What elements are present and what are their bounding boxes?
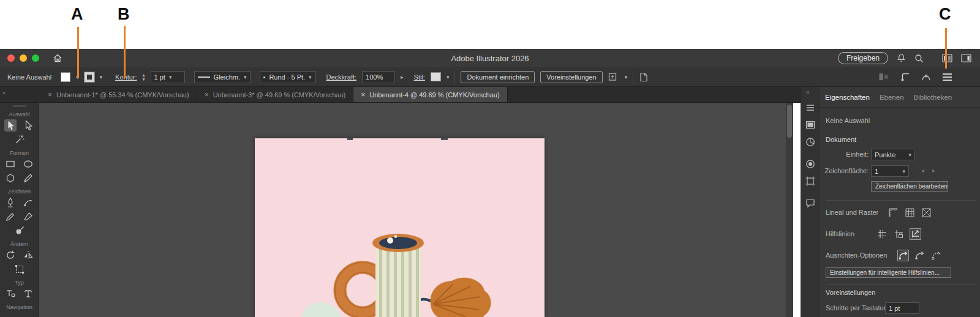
preferences-heading: Voreinstellungen	[826, 289, 875, 296]
pen-tool-icon[interactable]	[4, 196, 17, 209]
macos-zoom-button[interactable]	[32, 54, 39, 62]
toolbar-grip[interactable]	[13, 105, 26, 107]
stepper-down-icon[interactable]: ▾	[143, 77, 145, 81]
vertical-scrollbar[interactable]	[786, 103, 793, 317]
document-setup-button[interactable]: Dokument einrichten	[461, 71, 535, 83]
selection-tool-icon[interactable]	[4, 119, 17, 132]
snap-to-pixel-icon[interactable]	[931, 250, 941, 261]
rectangle-tool-icon[interactable]	[4, 158, 17, 170]
chevron-down-icon: ▾	[309, 74, 312, 80]
opacity-field[interactable]: 100%	[362, 71, 395, 83]
style-link[interactable]: Stil:	[414, 73, 425, 81]
stroke-weight-link[interactable]: Kontur:	[115, 73, 137, 81]
align-artboard-icon[interactable]	[608, 72, 619, 81]
artboards-panel-icon[interactable]	[805, 176, 815, 186]
tab-eigenschaften[interactable]: Eigenschaften	[825, 94, 870, 101]
separator	[454, 70, 455, 84]
properties-menu-icon[interactable]	[805, 103, 815, 113]
align-dropdown-icon[interactable]: ▾	[625, 74, 628, 80]
free-transform-tool-icon[interactable]	[13, 263, 26, 275]
smart-guides-settings-button[interactable]: Einstellungen für intelligente Hilfslini…	[826, 267, 951, 278]
brush-select[interactable]: • Rund - 5 Pt. ▾	[260, 71, 316, 83]
tool-section-auswahl: Auswahl	[0, 111, 39, 117]
new-document-icon[interactable]	[639, 72, 649, 82]
chevron-down-icon: ▾	[902, 168, 905, 174]
notifications-bell-icon[interactable]	[897, 53, 906, 63]
style-swatch[interactable]	[431, 72, 441, 81]
show-guides-icon[interactable]	[877, 229, 888, 239]
home-icon[interactable]	[53, 53, 62, 63]
panel-tabs: Eigenschaften Ebenen Bibliotheken	[820, 87, 980, 108]
tab-close-icon[interactable]: ×	[205, 91, 209, 99]
tab-bibliotheken[interactable]: Bibliotheken	[914, 94, 952, 101]
keyboard-increment-field[interactable]: 1 pt	[885, 302, 919, 314]
show-rulers-icon[interactable]	[888, 207, 899, 218]
control-panel-menu-icon[interactable]	[943, 73, 952, 81]
stroke-weight-stepper[interactable]: ▴ ▾	[143, 73, 145, 81]
next-artboard-icon[interactable]: ▸	[932, 167, 935, 174]
document-tab-3-active[interactable]: × Unbenannt-4 @ 49.69 % (CMYK/Vorschau)	[353, 87, 507, 102]
tab-close-icon[interactable]: ×	[48, 91, 52, 99]
tabbar-collapse-icon[interactable]: «	[0, 87, 40, 102]
swatches-panel-icon[interactable]	[805, 120, 815, 130]
panel-icon-rail: «	[801, 87, 819, 317]
tool-section-navigation: Navigation	[0, 304, 39, 310]
opacity-link[interactable]: Deckkraft:	[326, 73, 357, 81]
show-grid-icon[interactable]	[905, 207, 915, 218]
corner-widget-icon[interactable]	[901, 72, 911, 81]
direct-selection-tool-icon[interactable]	[22, 119, 34, 132]
unit-select[interactable]: Punkte ▾	[871, 149, 915, 160]
document-tab-1[interactable]: × Unbenannt-1* @ 55.34 % (CMYK/Vorschau)	[40, 87, 197, 102]
ellipse-tool-icon[interactable]	[22, 158, 34, 170]
annotation-letter-a: A	[71, 5, 83, 24]
canvas-area[interactable]	[39, 103, 793, 317]
opacity-expand-icon[interactable]: ▸	[401, 74, 404, 80]
artboard[interactable]	[255, 138, 545, 317]
snap-to-point-icon[interactable]	[898, 250, 908, 261]
macos-minimize-button[interactable]	[20, 54, 27, 62]
type-tool-icon[interactable]	[22, 288, 34, 300]
scrollbar-thumb[interactable]	[787, 105, 792, 138]
polygon-tool-icon[interactable]	[4, 172, 17, 184]
reflect-tool-icon[interactable]	[22, 249, 34, 261]
gradient-panel-icon[interactable]	[805, 159, 815, 169]
stroke-weight-select[interactable]: 1 pt ▾	[151, 71, 185, 83]
tab-ebenen[interactable]: Ebenen	[880, 94, 904, 101]
transparency-grid-icon[interactable]	[921, 207, 932, 218]
edit-artboards-button[interactable]: Zeichenflächen bearbeiten	[871, 181, 948, 192]
document-tab-2[interactable]: × Unbenannt-3* @ 49.69 % (CMYK/Vorschau)	[197, 87, 354, 102]
smart-guides-icon[interactable]	[910, 229, 921, 239]
color-panel-icon[interactable]	[805, 137, 815, 147]
lock-guides-icon[interactable]	[894, 229, 904, 239]
fill-color-swatch[interactable]	[61, 72, 70, 82]
search-icon[interactable]	[914, 54, 924, 63]
path-arc-icon[interactable]	[921, 72, 931, 81]
blob-brush-tool-icon[interactable]	[13, 225, 26, 237]
stroke-style-select[interactable]: Gleichm. ▾	[194, 71, 251, 83]
annotation-line-b	[124, 26, 126, 78]
stroke-color-swatch[interactable]	[85, 72, 94, 82]
pencil-tool-icon[interactable]	[4, 211, 17, 223]
paintbrush-tool-icon[interactable]	[22, 211, 34, 223]
style-dropdown-icon[interactable]: ▾	[447, 74, 450, 80]
snap-to-grid-icon[interactable]	[914, 250, 925, 261]
share-button[interactable]: Freigeben	[838, 52, 888, 64]
workspace-switcher-icon[interactable]	[961, 54, 971, 62]
properties-panel: Eigenschaften Ebenen Bibliotheken Keine …	[819, 87, 980, 317]
preferences-button[interactable]: Voreinstellungen	[540, 71, 602, 83]
panel-collapse-icon[interactable]: «	[806, 89, 810, 95]
magic-wand-tool-icon[interactable]	[13, 133, 26, 146]
arrange-documents-icon[interactable]	[942, 54, 952, 62]
rotate-tool-icon[interactable]	[4, 249, 17, 261]
previous-artboard-icon[interactable]: ◂	[921, 167, 924, 174]
stroke-color-dropdown-icon[interactable]: ▾	[100, 74, 103, 80]
shaper-tool-icon[interactable]	[22, 172, 34, 184]
touch-type-tool-icon[interactable]	[4, 288, 17, 300]
curvature-tool-icon[interactable]	[22, 196, 34, 209]
brush-preview-dot: •	[263, 73, 266, 81]
macos-close-button[interactable]	[7, 54, 15, 62]
artboard-select[interactable]: 1 ▾	[871, 165, 909, 177]
comments-panel-icon[interactable]	[805, 198, 815, 208]
tab-close-icon[interactable]: ×	[361, 91, 365, 99]
chevron-down-icon: ▾	[169, 74, 172, 80]
